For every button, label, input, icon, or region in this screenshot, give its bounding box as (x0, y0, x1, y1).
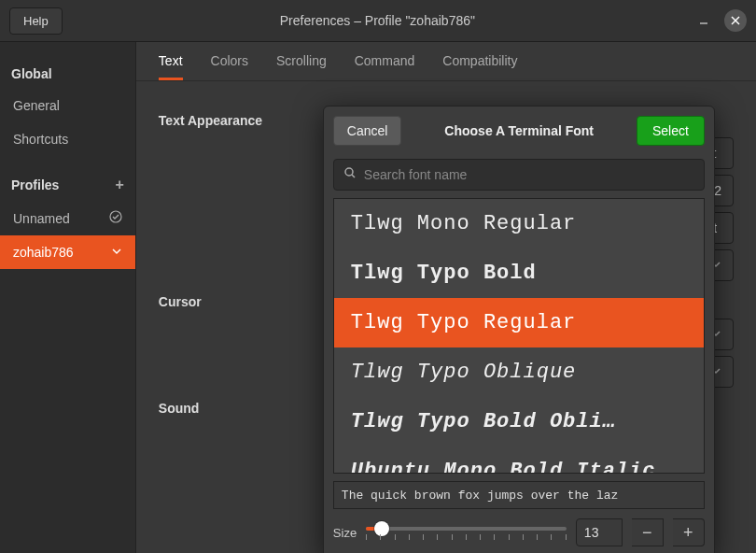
search-field[interactable] (333, 159, 705, 191)
tab-command[interactable]: Command (355, 53, 415, 80)
minimize-button[interactable] (693, 9, 715, 32)
sidebar: Global General Shortcuts Profiles + Unna… (0, 42, 136, 553)
font-list[interactable]: Tlwg Mono RegularTlwg Typo BoldTlwg Typo… (333, 198, 705, 474)
sidebar-section-global: Global (0, 59, 135, 89)
svg-line-5 (352, 175, 355, 177)
search-input[interactable] (364, 167, 694, 182)
sidebar-section-profiles: Profiles + (0, 169, 135, 201)
tab-text[interactable]: Text (159, 53, 183, 80)
sidebar-item-general[interactable]: General (0, 89, 135, 122)
check-icon (109, 210, 122, 226)
font-item[interactable]: Tlwg Typo Oblique (334, 347, 704, 397)
font-item[interactable]: Tlwg Typo Bold (334, 248, 704, 298)
search-icon (343, 166, 357, 183)
tab-colors[interactable]: Colors (211, 53, 248, 80)
svg-point-4 (345, 168, 353, 176)
main-panel: Text Colors Scrolling Command Compatibil… (136, 42, 756, 553)
chevron-down-icon[interactable] (111, 245, 122, 260)
font-item[interactable]: Tlwg Mono Regular (334, 199, 704, 248)
font-preview: The quick brown fox jumps over the laz (333, 481, 705, 509)
font-item[interactable]: Tlwg Typo Bold Obli… (334, 397, 704, 447)
close-button[interactable] (724, 9, 747, 32)
titlebar: Help Preferences – Profile "zohaib786" (0, 0, 756, 42)
size-plus-button[interactable]: + (673, 518, 705, 546)
sidebar-profile-unnamed[interactable]: Unnamed (0, 201, 135, 235)
tabs: Text Colors Scrolling Command Compatibil… (136, 42, 756, 81)
size-value[interactable]: 13 (576, 518, 623, 546)
size-label: Size (333, 526, 357, 540)
svg-point-3 (110, 211, 121, 222)
size-slider[interactable] (366, 520, 567, 545)
window-title: Preferences – Profile "zohaib786" (72, 13, 683, 28)
help-button[interactable]: Help (9, 7, 63, 35)
font-item[interactable]: Tlwg Typo Regular (334, 298, 704, 347)
sidebar-profile-zohaib786[interactable]: zohaib786 (0, 235, 135, 269)
cancel-button[interactable]: Cancel (333, 116, 402, 146)
tab-compatibility[interactable]: Compatibility (442, 53, 517, 80)
add-profile-icon[interactable]: + (116, 177, 124, 193)
tab-scrolling[interactable]: Scrolling (276, 53, 327, 80)
sidebar-item-shortcuts[interactable]: Shortcuts (0, 122, 135, 156)
select-button[interactable]: Select (637, 116, 705, 146)
dialog-title: Choose A Terminal Font (444, 123, 594, 138)
size-minus-button[interactable]: − (632, 518, 664, 546)
font-item[interactable]: Ubuntu Mono Bold Italic (334, 447, 704, 474)
font-chooser-dialog: Cancel Choose A Terminal Font Select Tlw… (323, 106, 715, 553)
